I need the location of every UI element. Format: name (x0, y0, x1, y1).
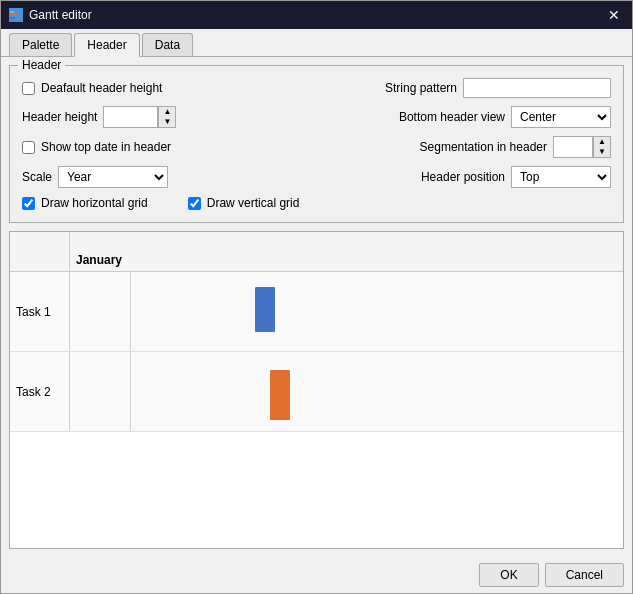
ok-button[interactable]: OK (479, 563, 538, 587)
tab-bar: Palette Header Data (1, 29, 632, 57)
deafault-header-height-row: Deafault header height (22, 78, 162, 98)
task1-bar-area (70, 272, 623, 351)
gantt-header: January (10, 232, 623, 272)
task2-label: Task 2 (10, 352, 70, 431)
gantt-editor-window: Gantt editor ✕ Palette Header Data Heade… (0, 0, 633, 594)
segmentation-spinner: 10 ▲ ▼ (553, 136, 611, 158)
scale-select[interactable]: Year Day Week Month Quarter (58, 166, 168, 188)
header-height-up[interactable]: ▲ (159, 107, 175, 117)
deafault-header-height-label: Deafault header height (41, 81, 162, 95)
gantt-month-label: January (70, 232, 623, 271)
header-position-label: Header position (421, 170, 505, 184)
gantt-body: Task 1 Task 2 (10, 272, 623, 548)
header-height-row: Header height 60 ▲ ▼ (22, 106, 176, 128)
header-group: Header Deafault header height String pat… (9, 65, 624, 223)
string-pattern-row: String pattern MMMM (385, 78, 611, 98)
header-position-row: Header position Top Bottom (421, 166, 611, 188)
draw-horizontal-grid-label: Draw horizontal grid (41, 196, 148, 210)
draw-horizontal-grid-checkbox[interactable] (22, 197, 35, 210)
tab-palette[interactable]: Palette (9, 33, 72, 56)
content-area: Header Deafault header height String pat… (1, 57, 632, 557)
task2-bar (270, 370, 290, 420)
header-height-label: Header height (22, 110, 97, 124)
segmentation-label: Segmentation in header (420, 140, 547, 154)
bottom-header-view-label: Bottom header view (399, 110, 505, 124)
task1-label: Task 1 (10, 272, 70, 351)
app-icon (9, 8, 23, 22)
header-height-input[interactable]: 60 (103, 106, 158, 128)
string-pattern-label: String pattern (385, 81, 457, 95)
table-row: Task 1 (10, 272, 623, 352)
vline-2 (130, 352, 131, 431)
string-pattern-input[interactable]: MMMM (463, 78, 611, 98)
header-height-down[interactable]: ▼ (159, 117, 175, 127)
task1-bar (255, 287, 275, 332)
close-button[interactable]: ✕ (604, 7, 624, 23)
svg-rect-1 (10, 14, 17, 16)
header-height-spinner: 60 ▲ ▼ (103, 106, 176, 128)
draw-vertical-grid-label: Draw vertical grid (207, 196, 300, 210)
segmentation-down[interactable]: ▼ (594, 147, 610, 157)
cancel-button[interactable]: Cancel (545, 563, 624, 587)
deafault-header-height-checkbox[interactable] (22, 82, 35, 95)
show-top-date-row: Show top date in header (22, 136, 171, 158)
title-bar: Gantt editor ✕ (1, 1, 632, 29)
tab-header[interactable]: Header (74, 33, 139, 57)
scale-row: Scale Year Day Week Month Quarter (22, 166, 168, 188)
group-label: Header (18, 58, 65, 72)
segmentation-input[interactable]: 10 (553, 136, 593, 158)
gantt-header-label-col (10, 232, 70, 271)
vline-1 (130, 272, 131, 351)
segmentation-up[interactable]: ▲ (594, 137, 610, 147)
draw-vertical-grid-checkbox[interactable] (188, 197, 201, 210)
draw-horizontal-grid-row: Draw horizontal grid (22, 196, 148, 210)
tab-data[interactable]: Data (142, 33, 193, 56)
segmentation-spinner-btns: ▲ ▼ (593, 136, 611, 158)
header-height-spinner-btns: ▲ ▼ (158, 106, 176, 128)
title-bar-left: Gantt editor (9, 8, 92, 22)
scale-label: Scale (22, 170, 52, 184)
preview-area: January Task 1 Task 2 (9, 231, 624, 549)
window-title: Gantt editor (29, 8, 92, 22)
svg-rect-0 (10, 11, 14, 13)
svg-rect-2 (10, 17, 15, 19)
header-position-select[interactable]: Top Bottom (511, 166, 611, 188)
segmentation-row: Segmentation in header 10 ▲ ▼ (420, 136, 611, 158)
bottom-header-view-select[interactable]: Center Left Right (511, 106, 611, 128)
bottom-header-view-row: Bottom header view Center Left Right (399, 106, 611, 128)
task2-bar-area (70, 352, 623, 431)
table-row: Task 2 (10, 352, 623, 432)
show-top-date-label: Show top date in header (41, 140, 171, 154)
draw-vertical-grid-row: Draw vertical grid (188, 196, 300, 210)
footer: OK Cancel (1, 557, 632, 593)
show-top-date-checkbox[interactable] (22, 141, 35, 154)
